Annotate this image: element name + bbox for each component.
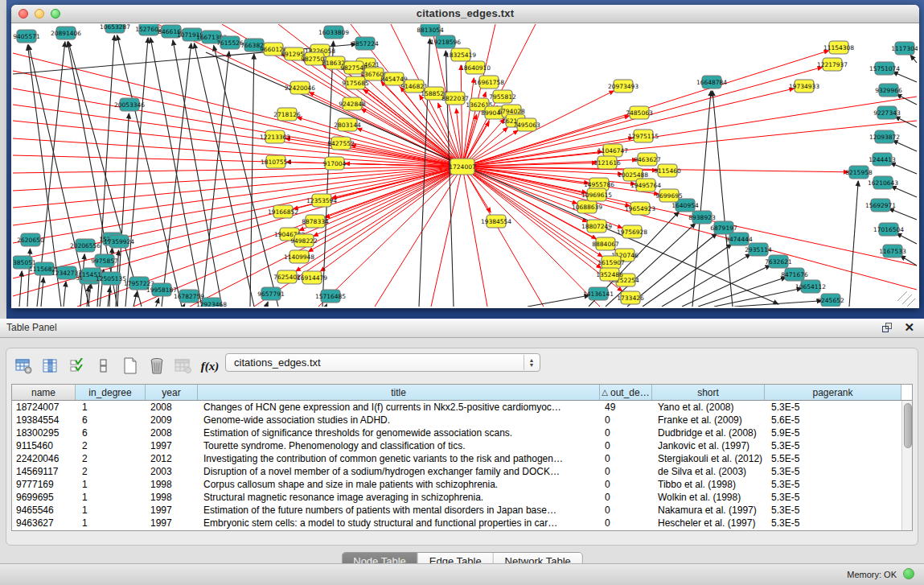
network-node[interactable]: 8471676 (781, 268, 808, 281)
network-edge[interactable] (713, 91, 733, 307)
scrollbar-thumb[interactable] (904, 403, 912, 448)
function-builder-icon[interactable]: f(x) (200, 356, 220, 376)
table-cell-out_degree[interactable]: 0 (600, 466, 652, 477)
table-cell-short[interactable]: Dudbridge et al. (2008) (652, 427, 765, 439)
table-cell-year[interactable]: 1998 (146, 479, 198, 490)
table-cell-in_degree[interactable]: 1 (76, 492, 146, 503)
network-node[interactable]: 9498222 (290, 234, 318, 247)
table-cell-short[interactable]: Wolkin et al. (1998) (652, 492, 765, 503)
select-rows-icon[interactable] (68, 356, 87, 376)
network-edge[interactable] (528, 295, 589, 307)
table-cell-year[interactable]: 2012 (146, 453, 198, 464)
network-node[interactable]: 8878334 (302, 215, 329, 228)
table-row[interactable]: 946554611997Estimation of the future num… (12, 504, 901, 517)
table-cell-pagerank[interactable]: 5.3E-5 (765, 505, 901, 516)
network-node[interactable]: 20973493 (608, 80, 639, 93)
table-cell-title[interactable]: Estimation of significance thresholds fo… (198, 427, 600, 439)
network-node[interactable]: 9175685 (342, 76, 369, 89)
table-cell-name[interactable]: 18300295 (12, 427, 76, 439)
network-edge[interactable] (326, 304, 326, 307)
network-node[interactable]: 8813054 (417, 24, 444, 36)
float-panel-icon[interactable] (882, 323, 893, 333)
column-header-pagerank[interactable]: pagerank (765, 385, 901, 400)
table-cell-out_degree[interactable]: 0 (600, 492, 652, 503)
network-node[interactable]: 1167533 (879, 245, 906, 257)
network-node[interactable]: 9245652 (817, 294, 844, 307)
table-cell-out_degree[interactable]: 0 (600, 453, 652, 464)
table-row[interactable]: 1456911722003Disruption of a novel membe… (12, 465, 901, 478)
resize-grip-icon[interactable] (907, 299, 915, 307)
network-edge[interactable] (64, 282, 66, 307)
table-cell-in_degree[interactable]: 6 (76, 414, 146, 426)
table-cell-pagerank[interactable]: 5.6E-5 (765, 414, 901, 426)
column-header-name[interactable]: name (12, 385, 76, 400)
network-node[interactable]: 10653287 (100, 24, 130, 33)
network-node[interactable]: 917004 (323, 157, 347, 170)
table-cell-year[interactable]: 2003 (146, 466, 198, 477)
network-node[interactable]: 8822037 (441, 92, 469, 105)
network-node[interactable]: 11046747 (598, 144, 628, 157)
network-node[interactable]: 18325419 (446, 48, 476, 61)
table-cell-out_degree[interactable]: 0 (600, 479, 652, 490)
table-cell-out_degree[interactable]: 0 (600, 414, 652, 426)
show-columns-icon[interactable] (41, 356, 60, 376)
table-cell-year[interactable]: 1997 (146, 440, 198, 451)
table-cell-name[interactable]: 9699695 (12, 492, 76, 503)
network-edge[interactable] (214, 46, 278, 307)
table-cell-name[interactable]: 9463627 (12, 517, 76, 529)
network-node[interactable]: 16914479 (297, 271, 327, 284)
network-edge[interactable] (156, 298, 159, 307)
network-node[interactable]: 9405571 (13, 30, 40, 43)
network-node[interactable]: 11409948 (284, 250, 314, 263)
table-row[interactable]: 969969511998Structural magnetic resonanc… (12, 491, 901, 504)
network-edge[interactable] (183, 304, 185, 307)
network-node[interactable]: 7615526 (216, 36, 244, 49)
network-node[interactable]: 19654923 (625, 202, 655, 215)
table-settings-icon[interactable] (14, 356, 34, 376)
column-header-short[interactable]: short (652, 385, 765, 400)
network-node[interactable]: 19734933 (789, 80, 819, 93)
table-cell-name[interactable]: 19384554 (12, 414, 76, 426)
network-node[interactable]: 9115460 (654, 164, 681, 177)
table-cell-pagerank[interactable]: 5.3E-5 (765, 402, 901, 413)
table-cell-name[interactable]: 18724007 (12, 402, 76, 413)
table-cell-in_degree[interactable]: 1 (76, 505, 146, 516)
resize-grip-icon[interactable] (897, 291, 907, 301)
table-row[interactable]: 946362711997Embryonic stem cells: a mode… (12, 517, 901, 529)
network-node[interactable]: 18107554 (261, 155, 291, 168)
table-cell-title[interactable]: Corpus callosum shape and size in male p… (198, 479, 600, 490)
table-cell-out_degree[interactable]: 0 (600, 427, 652, 439)
network-edge[interactable] (895, 117, 917, 127)
table-cell-short[interactable]: Franke et al. (2009) (652, 414, 765, 426)
network-node[interactable]: 9463627 (634, 153, 661, 166)
network-node[interactable]: 19384554 (481, 215, 511, 228)
table-cell-year[interactable]: 1998 (146, 492, 198, 503)
table-cell-name[interactable]: 9777169 (12, 479, 76, 490)
network-edge[interactable] (150, 38, 202, 307)
memory-status-indicator[interactable] (903, 568, 914, 579)
network-edge[interactable] (173, 40, 222, 307)
table-cell-short[interactable]: Jankovic et al. (1997) (652, 440, 765, 451)
network-node[interactable]: 7495063 (513, 118, 540, 131)
table-cell-year[interactable]: 1997 (146, 505, 198, 516)
network-node[interactable]: 20053346 (114, 98, 145, 111)
table-cell-year[interactable]: 2008 (146, 427, 198, 439)
network-edge[interactable] (250, 54, 254, 307)
table-cell-short[interactable]: Nakamura et al. (1997) (652, 505, 765, 516)
table-cell-name[interactable]: 14569117 (12, 466, 76, 477)
column-header-year[interactable]: year (146, 385, 198, 400)
network-node[interactable]: 22420046 (285, 81, 315, 94)
network-node[interactable]: 7485063 (626, 106, 653, 119)
network-edge[interactable] (891, 186, 917, 197)
table-cell-year[interactable]: 2009 (146, 414, 198, 426)
network-edge[interactable] (375, 167, 462, 307)
network-edge[interactable] (890, 163, 917, 174)
network-node[interactable]: 2718126 (273, 108, 301, 121)
table-cell-in_degree[interactable]: 2 (76, 466, 146, 477)
network-node[interactable]: 19218596 (430, 35, 461, 48)
network-node[interactable]: 16648784 (696, 76, 727, 89)
table-cell-out_degree[interactable]: 0 (600, 440, 652, 451)
table-cell-year[interactable]: 1997 (146, 517, 198, 529)
network-edge[interactable] (462, 167, 917, 290)
network-edge[interactable] (266, 302, 268, 307)
